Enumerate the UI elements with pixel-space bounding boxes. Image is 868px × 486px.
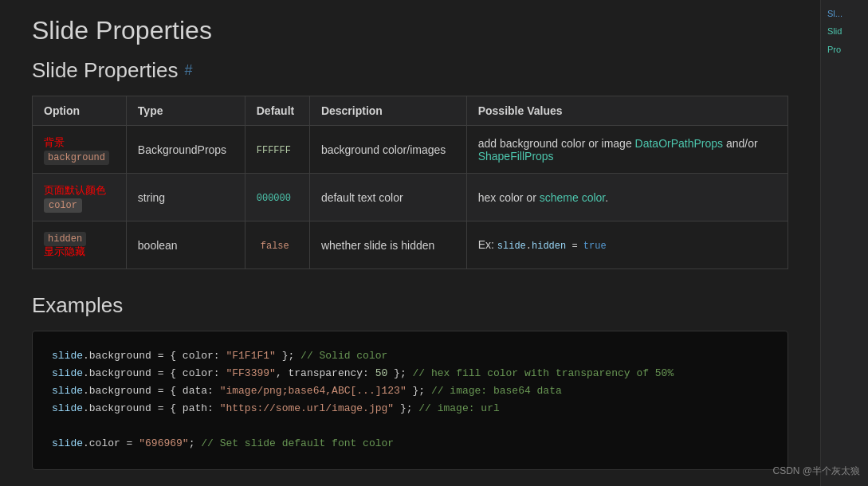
cell-type-color: string bbox=[126, 174, 245, 221]
cell-default-color: 000000 bbox=[245, 174, 309, 221]
properties-table: Option Type Default Description Possible… bbox=[32, 96, 788, 269]
section-title: Slide Properties # bbox=[32, 58, 788, 83]
pv-background-and: and/or bbox=[723, 137, 758, 150]
col-header-default: Default bbox=[245, 96, 309, 126]
default-hidden-value: false bbox=[257, 239, 293, 253]
cell-pv-background: add background color or image DataOrPath… bbox=[466, 126, 787, 174]
desc-background-text: background color/images bbox=[321, 143, 446, 156]
cell-desc-background: background color/images bbox=[309, 126, 466, 174]
col-header-type: Type bbox=[126, 96, 245, 126]
cell-type-background: BackgroundProps bbox=[126, 126, 245, 174]
cell-type-hidden: boolean bbox=[126, 221, 245, 269]
sidebar: Sl... Slid Pro bbox=[820, 0, 868, 486]
examples-title: Examples bbox=[32, 293, 788, 318]
main-content: Slide Properties Slide Properties # Opti… bbox=[0, 0, 820, 486]
col-header-option: Option bbox=[33, 96, 127, 126]
pv-hidden-code: slide.hidden = true bbox=[497, 241, 607, 252]
table-row: 页面默认颜色 color string 000000 default text … bbox=[33, 174, 788, 221]
page-title: Slide Properties bbox=[32, 16, 788, 45]
type-background-text: BackgroundProps bbox=[138, 143, 226, 156]
examples-section: Examples slide.background = { color: "F1… bbox=[32, 293, 788, 470]
code-line-5: slide.color = "696969"; // Set slide def… bbox=[52, 435, 768, 453]
cell-desc-color: default text color bbox=[309, 174, 466, 221]
pv-color-text: hex color or bbox=[478, 191, 540, 204]
pv-background-link2[interactable]: ShapeFillProps bbox=[478, 150, 554, 163]
cell-default-background: FFFFFF bbox=[245, 126, 309, 174]
col-header-possible-values: Possible Values bbox=[466, 96, 787, 126]
option-background-code: background bbox=[44, 151, 109, 165]
pv-hidden-ex: Ex: bbox=[478, 238, 497, 251]
pv-background-link1[interactable]: DataOrPathProps bbox=[635, 137, 724, 150]
code-line-3: slide.background = { data: "image/png;ba… bbox=[52, 382, 768, 400]
table-row: hidden 显示隐藏 boolean false whether slide … bbox=[33, 221, 788, 269]
sidebar-item-1[interactable]: Slid bbox=[827, 25, 862, 37]
desc-hidden-text: whether slide is hidden bbox=[321, 239, 434, 252]
default-color-value: 000000 bbox=[257, 193, 291, 204]
pv-color-period: . bbox=[605, 191, 608, 204]
table-header-row: Option Type Default Description Possible… bbox=[33, 96, 788, 126]
code-line-2: slide.background = { color: "FF3399", tr… bbox=[52, 365, 768, 382]
anchor-icon: # bbox=[185, 62, 193, 79]
table-row: 背景 background BackgroundProps FFFFFF bac… bbox=[33, 126, 788, 174]
sidebar-item-0[interactable]: Sl... bbox=[827, 8, 862, 19]
code-line-1: slide.background = { color: "F1F1F1" }; … bbox=[52, 347, 768, 365]
annotation-color: 页面默认颜色 bbox=[44, 183, 115, 198]
code-line-blank bbox=[52, 417, 768, 435]
desc-color-text: default text color bbox=[321, 191, 403, 204]
cell-option-hidden: hidden 显示隐藏 bbox=[33, 221, 127, 269]
annotation-hidden: 显示隐藏 bbox=[44, 245, 115, 259]
type-color-text: string bbox=[138, 191, 165, 204]
cell-default-hidden: false bbox=[245, 221, 309, 269]
cell-option-background: 背景 background bbox=[33, 126, 127, 174]
cell-desc-hidden: whether slide is hidden bbox=[309, 221, 466, 269]
option-color-code: color bbox=[44, 198, 82, 213]
cell-pv-hidden: Ex: slide.hidden = true bbox=[466, 221, 787, 269]
pv-color-link[interactable]: scheme color bbox=[540, 191, 605, 204]
default-background-value: FFFFFF bbox=[257, 145, 291, 156]
cell-pv-color: hex color or scheme color. bbox=[466, 174, 787, 221]
cell-option-color: 页面默认颜色 color bbox=[33, 174, 127, 221]
col-header-description: Description bbox=[309, 96, 466, 126]
type-hidden-text: boolean bbox=[138, 239, 178, 252]
watermark: CSDN @半个灰太狼 bbox=[772, 464, 860, 478]
code-line-4: slide.background = { path: "https://some… bbox=[52, 400, 768, 417]
annotation-background: 背景 bbox=[44, 135, 115, 150]
section-title-text: Slide Properties bbox=[32, 58, 179, 83]
sidebar-item-2[interactable]: Pro bbox=[827, 44, 862, 55]
pv-background-text: add background color or image bbox=[478, 137, 635, 150]
code-block: slide.background = { color: "F1F1F1" }; … bbox=[32, 331, 788, 470]
